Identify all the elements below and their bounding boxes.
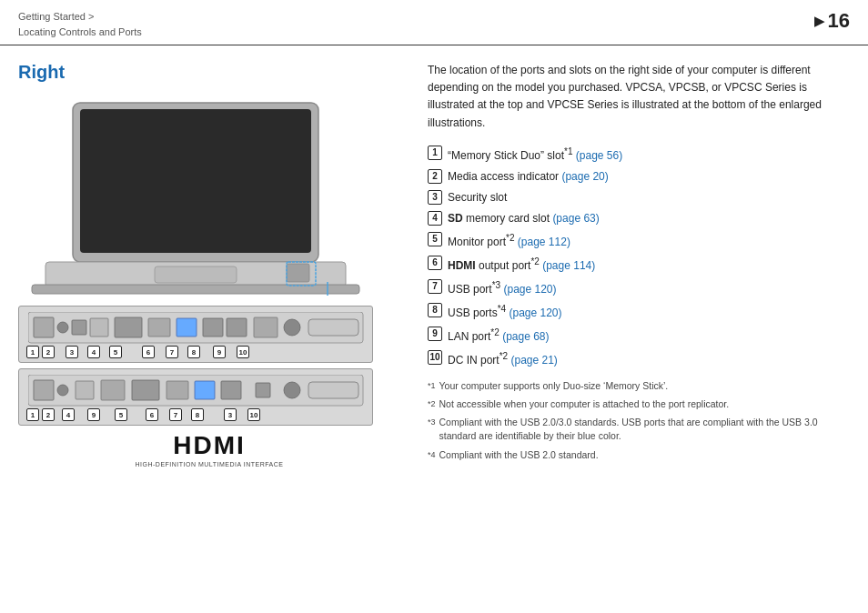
svg-point-21: [284, 319, 300, 336]
page-arrow-icon: ▶: [814, 14, 824, 28]
page-number: ▶ 16: [814, 9, 850, 33]
svg-rect-19: [227, 318, 247, 337]
left-panel: Right: [18, 62, 400, 467]
svg-point-33: [284, 382, 300, 398]
page-header: Getting Started > Locating Controls and …: [0, 0, 868, 45]
laptop-svg: [18, 95, 373, 296]
svg-rect-14: [90, 318, 108, 337]
footnote-3: *3 Compliant with the USB 2.0/3.0 standa…: [428, 416, 850, 443]
hdmi-subtext: HIGH-DEFINITION MULTIMEDIA INTERFACE: [18, 461, 400, 467]
section-title: Right: [18, 62, 400, 83]
svg-rect-3: [32, 285, 359, 294]
svg-rect-28: [132, 380, 159, 400]
footnote-2: *2 Not accessible when your computer is …: [428, 397, 850, 411]
list-item: 10 DC IN port*2 (page 21): [428, 349, 850, 368]
port-strip-1: 1 2 3 4 5 6 7 8 9 10: [18, 306, 373, 363]
list-item: 1 “Memory Stick Duo” slot*1 (page 56): [428, 145, 850, 164]
port-strip-1-svg: [28, 312, 365, 347]
svg-point-25: [57, 385, 68, 396]
svg-rect-27: [101, 380, 125, 400]
svg-rect-18: [203, 318, 223, 337]
footnotes: *1 Your computer supports only Duo-size …: [428, 379, 850, 462]
svg-rect-26: [76, 381, 94, 399]
svg-rect-15: [115, 317, 142, 337]
svg-rect-17: [177, 318, 197, 337]
svg-rect-34: [308, 382, 358, 398]
right-panel: The location of the ports and slots on t…: [419, 62, 850, 467]
laptop-illustration: [18, 95, 400, 298]
svg-rect-16: [148, 318, 170, 337]
svg-rect-29: [167, 381, 188, 399]
svg-rect-11: [34, 317, 54, 337]
svg-rect-22: [308, 319, 358, 336]
svg-rect-32: [256, 383, 270, 397]
list-item: 8 USB ports*4 (page 120): [428, 302, 850, 321]
svg-rect-24: [34, 380, 54, 400]
svg-rect-31: [221, 381, 241, 399]
items-list: 1 “Memory Stick Duo” slot*1 (page 56) 2 …: [428, 145, 850, 368]
list-item: 5 Monitor port*2 (page 112): [428, 231, 850, 250]
list-item: 2 Media access indicator (page 20): [428, 168, 850, 185]
hdmi-logo-text: HDMI: [18, 431, 400, 460]
svg-rect-20: [254, 317, 278, 337]
svg-rect-4: [155, 266, 237, 283]
port-strip-2-svg: [28, 375, 365, 409]
list-item: 7 USB port*3 (page 120): [428, 278, 850, 297]
main-content: Right: [0, 45, 868, 477]
list-item: 3 Security slot: [428, 189, 850, 206]
list-item: 9 LAN port*2 (page 68): [428, 326, 850, 345]
footnote-4: *4 Compliant with the USB 2.0 standard.: [428, 448, 850, 462]
footnote-1: *1 Your computer supports only Duo-size …: [428, 379, 850, 393]
list-item: 4 SD memory card slot (page 63): [428, 210, 850, 226]
description-text: The location of the ports and slots on t…: [428, 62, 850, 132]
svg-point-12: [57, 322, 68, 333]
breadcrumb: Getting Started > Locating Controls and …: [18, 9, 142, 39]
svg-rect-13: [72, 320, 86, 335]
svg-rect-30: [195, 381, 215, 399]
hdmi-logo: HDMI HIGH-DEFINITION MULTIMEDIA INTERFAC…: [18, 431, 400, 467]
list-item: 6 HDMI output port*2 (page 114): [428, 255, 850, 274]
page-container: Getting Started > Locating Controls and …: [0, 0, 868, 477]
svg-rect-5: [287, 264, 309, 282]
svg-rect-1: [80, 109, 311, 253]
port-strip-2: 1 2 4 9 5 6 7 8 3 10: [18, 368, 373, 426]
